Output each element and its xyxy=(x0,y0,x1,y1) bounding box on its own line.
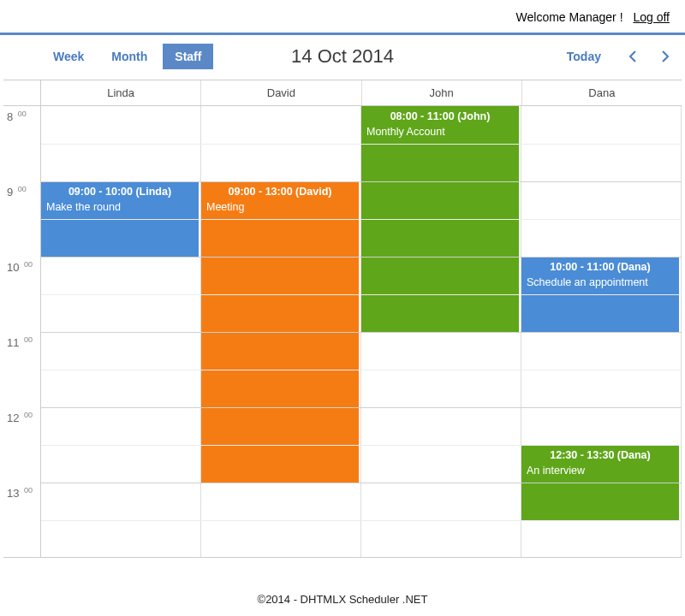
event-header: 09:00 - 13:00 (David) xyxy=(206,185,354,198)
prev-arrow-icon[interactable] xyxy=(625,49,640,64)
grid-line xyxy=(41,294,682,295)
grid-line xyxy=(41,520,682,521)
column-headers: Linda David John Dana xyxy=(3,80,682,106)
grid-line xyxy=(41,257,682,258)
today-button[interactable]: Today xyxy=(560,44,608,68)
grid-line xyxy=(41,144,682,145)
time-grid[interactable]: 8 009 0010 0011 0012 0013 00 09:00 - 10:… xyxy=(3,106,682,558)
column-header: Linda xyxy=(41,80,201,105)
scheduler: Linda David John Dana 8 009 0010 0011 00… xyxy=(3,80,682,558)
next-arrow-icon[interactable] xyxy=(658,49,673,64)
tab-month[interactable]: Month xyxy=(99,44,159,69)
event-title: Schedule an appointment xyxy=(527,275,674,289)
top-bar: Welcome Manager ! Log off xyxy=(0,0,685,33)
hour-label: 13 00 xyxy=(7,486,33,500)
hour-label: 8 00 xyxy=(7,110,27,123)
grid-line xyxy=(41,370,682,370)
event-title: Monthly Account xyxy=(366,125,514,139)
grid-line xyxy=(41,445,682,446)
event-header: 10:00 - 11:00 (Dana) xyxy=(527,260,674,274)
event-title: Meeting xyxy=(206,200,354,214)
event-header: 08:00 - 11:00 (John) xyxy=(366,110,514,123)
event-title: Make the round xyxy=(46,200,194,214)
grid-line xyxy=(41,332,682,333)
current-date: 14 Oct 2014 xyxy=(291,45,394,68)
event-header: 09:00 - 10:00 (Linda) xyxy=(46,185,194,198)
welcome-text: Welcome Manager ! xyxy=(516,10,623,24)
event-title: An interview xyxy=(527,464,674,477)
nav-controls: Today xyxy=(560,44,673,68)
tab-week[interactable]: Week xyxy=(41,44,96,69)
view-switcher: Week Month Staff xyxy=(41,44,213,69)
event-header: 12:30 - 13:30 (Dana) xyxy=(527,448,674,462)
hour-label: 12 00 xyxy=(7,411,33,424)
scheduler-toolbar: Week Month Staff 14 Oct 2014 Today xyxy=(0,35,685,76)
column-header: David xyxy=(201,80,361,105)
logoff-link[interactable]: Log off xyxy=(633,10,670,24)
hour-label: 11 00 xyxy=(7,335,33,349)
time-gutter: 8 009 0010 0011 0012 0013 00 xyxy=(3,106,41,557)
time-gutter-header xyxy=(3,80,41,105)
footer-text: ©2014 - DHTMLX Scheduler .NET xyxy=(0,593,685,606)
hour-label: 9 00 xyxy=(7,185,27,198)
column-header: Dana xyxy=(522,80,682,105)
grid-line xyxy=(41,181,682,182)
grid-line xyxy=(41,407,682,408)
columns-area: 09:00 - 10:00 (Linda)Make the round 09:0… xyxy=(41,106,682,557)
hour-label: 10 00 xyxy=(7,260,33,274)
tab-staff[interactable]: Staff xyxy=(163,44,213,69)
grid-line xyxy=(41,219,682,220)
grid-line xyxy=(41,483,682,483)
column-header: John xyxy=(362,80,522,105)
